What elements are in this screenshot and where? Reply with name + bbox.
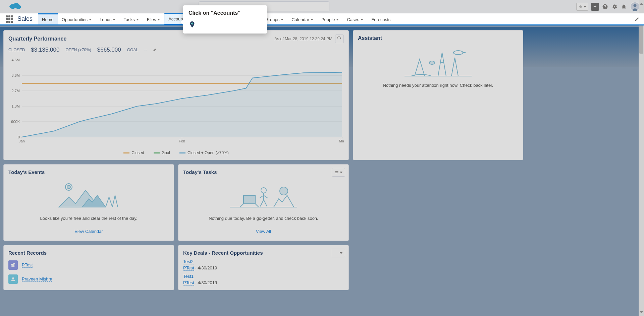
nav-item-files[interactable]: Files: [143, 13, 164, 24]
tasks-title: Today's Tasks: [183, 169, 344, 175]
assistant-message: Nothing needs your attention right now. …: [358, 83, 518, 90]
quarterly-performance-card: Quarterly Performance As of Mar 28, 2019…: [3, 30, 349, 160]
nav-item-forecasts[interactable]: Forecasts: [367, 13, 394, 24]
tasks-illustration: [183, 180, 344, 210]
nav-item-label: Cases: [347, 17, 359, 22]
nav-item-label: People: [321, 17, 335, 22]
global-create-button[interactable]: +: [591, 3, 599, 11]
nav-item-label: Opportunities: [62, 17, 88, 22]
nav-item-label: Home: [42, 17, 54, 22]
open-value: $665,000: [97, 47, 121, 53]
todays-events-card: Today's Events Looks like you're free an…: [3, 164, 174, 241]
user-icon: [8, 274, 18, 284]
svg-text:4.5M: 4.5M: [12, 58, 20, 62]
assistant-card: Assistant Nothing needs your attention r…: [353, 30, 523, 160]
chevron-down-icon[interactable]: [281, 19, 283, 20]
legend-combined: Closed + Open (>70%): [187, 150, 229, 155]
favorites-button[interactable]: [576, 3, 588, 11]
chevron-down-icon[interactable]: [361, 19, 363, 20]
svg-point-32: [192, 23, 193, 24]
goal-value: --: [144, 48, 147, 52]
tasks-actions-button[interactable]: [332, 168, 345, 177]
nav-item-label: Leads: [100, 17, 111, 22]
nav-item-label: Files: [147, 17, 156, 22]
chart-legend: Closed Goal Closed + Open (>70%): [8, 148, 344, 157]
svg-text:Mar: Mar: [339, 139, 344, 143]
edit-goal-pencil-icon[interactable]: [153, 48, 158, 52]
content-area: Quarterly Performance As of Mar 28, 2019…: [0, 27, 644, 316]
deal-item: Test1PTest · 4/30/2019: [183, 274, 344, 285]
view-calendar-link[interactable]: View Calendar: [8, 227, 169, 236]
chevron-down-icon[interactable]: [157, 19, 160, 20]
closed-label: CLOSED: [8, 48, 25, 52]
svg-point-2: [16, 5, 21, 9]
recent-record-link[interactable]: PTest: [22, 262, 33, 268]
svg-point-31: [12, 277, 14, 279]
todays-tasks-card: Today's Tasks Nothing due today. Be a go…: [178, 164, 349, 241]
nav-item-leads[interactable]: Leads: [96, 13, 119, 24]
deals-actions-button[interactable]: [332, 249, 345, 257]
deal-name-link[interactable]: Test2: [183, 259, 194, 264]
tasks-message: Nothing due today. Be a go-getter, and c…: [183, 216, 344, 221]
chevron-down-icon[interactable]: [136, 19, 139, 20]
nav-item-home[interactable]: Home: [38, 13, 58, 24]
svg-text:Feb: Feb: [179, 139, 185, 143]
events-message: Looks like you're free and clear the res…: [8, 216, 169, 221]
app-name: Sales: [14, 13, 38, 24]
salesforce-logo[interactable]: [8, 1, 22, 12]
nav-item-calendar[interactable]: Calendar: [287, 13, 317, 24]
qp-chart: 0900K1.8M2.7M3.6M4.5MJanFebMar: [8, 57, 344, 148]
deal-account-link[interactable]: PTest: [183, 280, 194, 286]
svg-point-4: [633, 4, 636, 7]
recent-records-card: Recent Records PTestPraveen Mishra: [3, 245, 174, 290]
nav-item-people[interactable]: People: [317, 13, 343, 24]
refresh-button[interactable]: [335, 35, 344, 43]
svg-point-25: [453, 51, 463, 55]
svg-rect-28: [244, 195, 255, 204]
recent-record-link[interactable]: Praveen Mishra: [22, 276, 52, 282]
nav-item-cases[interactable]: Cases: [343, 13, 367, 24]
qp-title: Quarterly Performance: [8, 36, 66, 42]
nav-item-label: Calendar: [291, 17, 309, 22]
svg-text:2.7M: 2.7M: [12, 89, 20, 93]
svg-text:0: 0: [18, 135, 20, 139]
view-all-tasks-link[interactable]: View All: [183, 227, 344, 236]
key-deals-card: Key Deals - Recent Opportunities Test2PT…: [178, 245, 349, 290]
open-label: OPEN (>70%): [65, 48, 91, 52]
assistant-title: Assistant: [358, 35, 518, 41]
help-icon[interactable]: [602, 3, 608, 10]
chevron-down-icon[interactable]: [113, 19, 115, 20]
deal-item: Test2PTest · 4/30/2019: [183, 259, 344, 270]
deal-name-link[interactable]: Test1: [183, 274, 194, 279]
nav-item-label: Groups: [265, 17, 280, 22]
svg-text:Jan: Jan: [19, 139, 25, 143]
nav-item-tasks[interactable]: Tasks: [119, 13, 143, 24]
edit-nav-pencil-icon[interactable]: [630, 13, 644, 24]
guide-tooltip: Click on "Accounts": [183, 5, 267, 34]
setup-gear-icon[interactable]: [611, 3, 618, 10]
events-illustration: [8, 180, 169, 210]
assistant-illustration: [358, 46, 518, 79]
legend-closed: Closed: [131, 150, 144, 155]
chevron-down-icon[interactable]: [89, 19, 92, 20]
legend-goal: Goal: [162, 150, 170, 155]
vertical-scrollbar[interactable]: [639, 0, 644, 316]
svg-text:1.8M: 1.8M: [12, 104, 20, 108]
account-icon: [8, 260, 18, 270]
nav-item-opportunities[interactable]: Opportunities: [58, 13, 96, 24]
deal-account-link[interactable]: PTest: [183, 265, 194, 271]
app-launcher-icon[interactable]: [5, 13, 14, 24]
nav-bar: Sales HomeOpportunitiesLeadsTasksFilesAc…: [0, 13, 644, 25]
nav-item-label: Forecasts: [371, 17, 390, 22]
svg-point-30: [280, 187, 288, 195]
svg-point-24: [429, 61, 435, 64]
events-title: Today's Events: [8, 169, 169, 175]
tooltip-marker-icon: [189, 21, 262, 29]
chevron-down-icon[interactable]: [311, 19, 313, 20]
global-header: +: [0, 0, 644, 13]
deals-title: Key Deals - Recent Opportunities: [183, 250, 344, 256]
notification-bell-icon[interactable]: [621, 3, 627, 10]
goal-label: GOAL: [127, 48, 138, 52]
chevron-down-icon[interactable]: [336, 19, 339, 20]
svg-point-27: [67, 185, 70, 189]
